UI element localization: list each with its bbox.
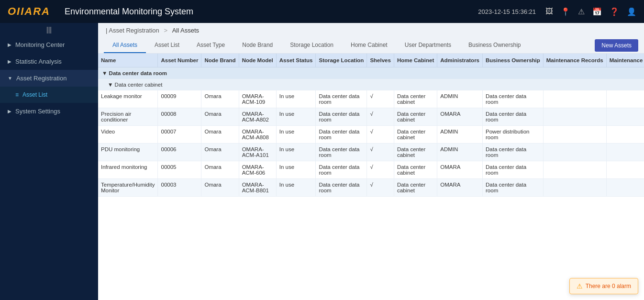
sidebar-label-asset-registration: Asset Registration [16,75,67,82]
sidebar-item-statistic-analysis[interactable]: ▶ Statistic Analysis [0,53,98,70]
cell-node-model: OMARA-ACM-B801 [239,179,276,197]
tab-business-ownership[interactable]: Business Ownership [460,38,529,53]
cell-name: Infrared monitoring [98,161,158,179]
main-layout: ||| ▶ Monitoring Center ▶ Statistic Anal… [0,23,644,300]
cell-storage-location: Data center data room [316,179,367,197]
system-settings-arrow: ▶ [8,109,11,114]
cell-maintenance2 [606,179,644,197]
location-icon[interactable]: 📍 [561,7,570,16]
group-row-data-center: ▼ Data center data room [98,67,644,79]
cell-administrators: ADMIN [437,126,483,144]
table-body: ▼ Data center data room ▼ Data center ca… [98,67,644,197]
cell-maintenance2 [606,126,644,144]
cell-maintenance1 [543,144,606,161]
col-name: Name [98,54,158,67]
alarm-toast-icon: ⚠ [577,282,583,290]
subgroup-row-cabinet: ▼ Data center cabinet [98,79,644,90]
sidebar-item-asset-registration[interactable]: ▼ Asset Registration [0,70,98,87]
user-icon[interactable]: 👤 [627,7,636,16]
cell-node-model: OMARA-ACM-A101 [239,144,276,161]
tab-storage-location[interactable]: Storage Location [281,38,342,53]
cell-home-cabinet: Data center cabinet [394,161,437,179]
col-node-brand: Node Brand [201,54,239,67]
sidebar-toggle[interactable]: ||| [0,23,98,36]
alarm-toast[interactable]: ⚠ There are 0 alarm [569,278,638,294]
col-storage-location: Storage Location [316,54,367,67]
sidebar-submenu-asset: ≡ Asset List [0,87,98,103]
sidebar-label-asset-list: Asset List [22,91,47,98]
cell-asset-number: 00008 [158,108,201,126]
cell-shelves: √ [367,126,394,144]
tab-asset-type[interactable]: Asset Type [188,38,233,53]
sidebar-label-system-settings: System Settings [15,108,60,115]
tab-asset-list[interactable]: Asset List [146,38,188,53]
cell-storage-location: Data center data room [316,108,367,126]
cell-asset-number: 00007 [158,126,201,144]
sidebar-item-monitoring-center[interactable]: ▶ Monitoring Center [0,36,98,53]
header-icons: 🖼 📍 ⚠ 📅 ❓ 👤 [545,7,636,16]
cell-asset-number: 00005 [158,161,201,179]
cell-maintenance1 [543,108,606,126]
cell-administrators: ADMIN [437,90,483,108]
group-expand-icon[interactable]: ▼ [102,70,107,76]
cell-node-brand: Omara [201,179,239,197]
app-title: Environmental Monitoring System [65,7,478,17]
cell-node-brand: Omara [201,161,239,179]
cell-storage-location: Data center data room [316,161,367,179]
sidebar-item-asset-list[interactable]: ≡ Asset List [0,87,98,103]
col-asset-status: Asset Status [276,54,316,67]
table-header: Name Asset Number Node Brand Node Model … [98,54,644,67]
cell-shelves: √ [367,144,394,161]
cell-maintenance2 [606,144,644,161]
tab-all-assets[interactable]: All Assets [104,38,146,53]
cell-home-cabinet: Data center cabinet [394,179,437,197]
cell-maintenance1 [543,179,606,197]
asset-registration-arrow: ▼ [8,76,12,81]
sidebar-label-statistic-analysis: Statistic Analysis [15,58,62,65]
breadcrumb: | Asset Registration > All Assets [98,23,644,38]
table-row: Temperature/Humidity Monitor 00003 Omara… [98,179,644,197]
cell-maintenance2 [606,108,644,126]
cell-business-ownership: Data center data room [483,161,544,179]
sidebar: ||| ▶ Monitoring Center ▶ Statistic Anal… [0,23,98,300]
cell-maintenance2 [606,161,644,179]
cell-business-ownership: Data center data room [483,90,544,108]
tab-home-cabinet[interactable]: Home Cabinet [342,38,396,53]
monitoring-center-arrow: ▶ [8,42,11,47]
subgroup-expand-icon[interactable]: ▼ [108,82,113,88]
cell-business-ownership: Data center data room [483,108,544,126]
tabs-bar: All Assets Asset List Asset Type Node Br… [98,38,644,54]
cell-asset-status: In use [276,179,316,197]
tab-node-brand[interactable]: Node Brand [233,38,281,53]
sidebar-item-system-settings[interactable]: ▶ System Settings [0,103,98,120]
cell-home-cabinet: Data center cabinet [394,108,437,126]
tab-user-departments[interactable]: User Departments [396,38,460,53]
col-shelves: Shelves [367,54,394,67]
image-icon[interactable]: 🖼 [545,7,553,16]
new-assets-button[interactable]: New Assets [595,39,638,52]
cell-storage-location: Data center data room [316,126,367,144]
col-business-ownership: Business Ownership [483,54,544,67]
cell-home-cabinet: Data center cabinet [394,144,437,161]
calendar-icon[interactable]: 📅 [592,7,602,16]
cell-node-model: OMARA-ACM-A808 [239,126,276,144]
help-icon[interactable]: ❓ [610,7,619,16]
content-area: | Asset Registration > All Assets All As… [98,23,644,300]
alert-icon[interactable]: ⚠ [578,7,585,16]
table-row: Infrared monitoring 00005 Omara OMARA-AC… [98,161,644,179]
cell-maintenance2 [606,90,644,108]
datetime: 2023-12-15 15:36:21 [478,8,536,15]
assets-table: Name Asset Number Node Brand Node Model … [98,54,644,197]
breadcrumb-sep: > [164,27,167,34]
statistic-analysis-arrow: ▶ [8,59,11,64]
table-container[interactable]: Name Asset Number Node Brand Node Model … [98,54,644,300]
alarm-toast-message: There are 0 alarm [586,283,631,289]
cell-node-brand: Omara [201,108,239,126]
cell-asset-number: 00003 [158,179,201,197]
logo: OIIARA [8,5,50,18]
cell-asset-number: 00009 [158,90,201,108]
breadcrumb-current: All Assets [172,27,199,34]
col-asset-number: Asset Number [158,54,201,67]
cell-node-model: OMARA-ACM-A802 [239,108,276,126]
cell-name: Video [98,126,158,144]
